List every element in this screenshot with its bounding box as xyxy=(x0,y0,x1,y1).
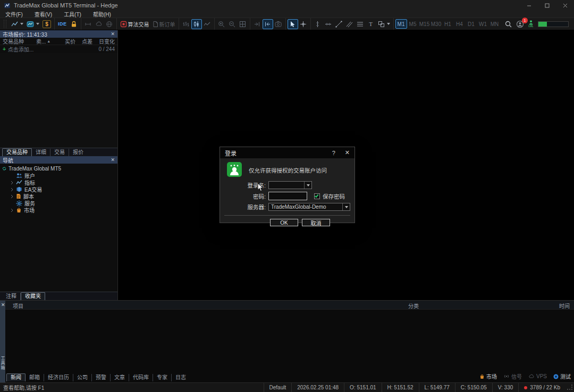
add-symbol-row[interactable]: + 点击添加... 0 / 244 xyxy=(0,45,117,53)
close-button[interactable] xyxy=(556,0,574,11)
expand-chevron-icon[interactable] xyxy=(10,194,14,199)
candlestick-mode-button[interactable] xyxy=(191,19,202,29)
timeframe-w1[interactable]: W1 xyxy=(477,19,489,29)
tree-item-market[interactable]: 市场 xyxy=(2,207,117,214)
column-symbol[interactable]: 交易品种 xyxy=(3,37,36,45)
expand-chevron-icon[interactable] xyxy=(10,188,14,192)
tab-journal[interactable]: 日志 xyxy=(172,374,190,381)
save-password-checkbox[interactable] xyxy=(314,193,320,199)
new-chart-button[interactable] xyxy=(10,19,25,29)
tab-tester[interactable]: 测试 xyxy=(553,372,571,380)
navigator-close-icon[interactable]: ✕ xyxy=(111,157,115,163)
timeframe-d1[interactable]: D1 xyxy=(466,19,477,29)
tab-symbols[interactable]: 交易品种 xyxy=(2,148,32,156)
new-chart-dropdown[interactable] xyxy=(20,23,23,25)
tile-windows-button[interactable] xyxy=(238,19,248,29)
horizontal-line-tool[interactable] xyxy=(323,19,334,29)
mql5-level-icon[interactable]: LVL xyxy=(528,20,534,28)
dialog-close-button[interactable]: ✕ xyxy=(345,149,350,156)
auto-scroll-button[interactable] xyxy=(252,19,263,29)
menu-help[interactable]: 帮助(H) xyxy=(93,10,111,18)
timeframe-m1[interactable]: M1 xyxy=(395,19,407,29)
maximize-button[interactable] xyxy=(538,0,556,11)
timeframe-h4[interactable]: H4 xyxy=(454,19,466,29)
screenshot-button[interactable] xyxy=(273,19,284,29)
timeframe-m5[interactable]: M5 xyxy=(407,19,419,29)
column-daily-change[interactable]: 日变化 xyxy=(92,37,115,45)
line-chart-mode-button[interactable] xyxy=(202,19,213,29)
tree-item-services[interactable]: 服务 xyxy=(2,200,117,207)
tree-item-experts[interactable]: EA交易 xyxy=(2,186,117,193)
resize-grip[interactable] xyxy=(567,385,572,390)
expand-chevron-icon[interactable] xyxy=(10,181,14,185)
column-spread[interactable]: 点差 xyxy=(75,37,92,45)
cursor-tool-button[interactable] xyxy=(288,19,298,29)
column-time[interactable]: 时间 xyxy=(559,302,570,310)
timeframe-h1[interactable]: H1 xyxy=(442,19,454,29)
deposit-button[interactable]: $ xyxy=(41,19,53,29)
shapes-tool[interactable] xyxy=(376,19,392,29)
tab-vps[interactable]: VPS xyxy=(528,373,547,379)
tab-codebase[interactable]: 代码库 xyxy=(129,374,153,381)
login-dialog-titlebar[interactable]: 登录 ? ✕ xyxy=(220,147,354,158)
menu-view[interactable]: 查看(V) xyxy=(35,10,52,18)
profiles-dropdown[interactable] xyxy=(36,23,39,25)
search-icon[interactable] xyxy=(505,21,512,28)
shapes-dropdown[interactable] xyxy=(387,23,390,25)
password-input[interactable] xyxy=(268,192,307,200)
ok-button[interactable]: OK xyxy=(270,219,298,226)
tree-item-scripts[interactable]: 脚本 xyxy=(2,193,117,200)
tree-item-indicators[interactable]: 指标 xyxy=(2,179,117,186)
tree-item-accounts[interactable]: 账户 xyxy=(2,172,117,179)
cancel-button[interactable]: 取消 xyxy=(302,219,330,226)
tab-calendar[interactable]: 经济日历 xyxy=(44,374,73,381)
tab-experts[interactable]: 专家 xyxy=(153,374,172,381)
column-buy[interactable]: 买价 xyxy=(58,37,75,45)
fibonacci-tool[interactable] xyxy=(355,19,366,29)
profiles-button[interactable] xyxy=(25,19,41,29)
timeframe-m30[interactable]: M30 xyxy=(430,19,442,29)
timeframe-mn[interactable]: MN xyxy=(489,19,501,29)
algo-trading-button[interactable]: 算法交易 xyxy=(119,19,151,29)
bar-chart-mode-button[interactable] xyxy=(181,19,191,29)
trendline-tool[interactable] xyxy=(334,19,344,29)
zoom-out-button[interactable] xyxy=(227,19,238,29)
tab-alerts[interactable]: 预警 xyxy=(92,374,111,381)
server-combobox[interactable]: TradeMaxGlobal-Demo xyxy=(268,203,350,211)
tab-market[interactable]: 市场 xyxy=(479,372,497,380)
tree-root[interactable]: TradeMax Global MT5 xyxy=(2,165,117,172)
tab-company[interactable]: 公司 xyxy=(73,374,92,381)
vertical-line-tool[interactable] xyxy=(313,19,323,29)
community-button[interactable]: 1 xyxy=(516,20,524,28)
text-tool[interactable]: T xyxy=(366,19,376,29)
tab-ticks[interactable]: 报价 xyxy=(69,149,87,156)
zoom-in-button[interactable] xyxy=(216,19,227,29)
tab-trade[interactable]: 交易 xyxy=(50,149,69,156)
tab-favorites[interactable]: 收藏夹 xyxy=(21,292,45,300)
crosshair-tool-button[interactable] xyxy=(298,19,309,29)
login-combobox[interactable] xyxy=(268,181,312,189)
tab-details[interactable]: 详细 xyxy=(32,149,50,156)
tab-comments[interactable]: 注释 xyxy=(2,293,21,300)
tab-signals[interactable]: 信号 xyxy=(503,372,522,380)
lock-button[interactable] xyxy=(69,19,79,29)
tab-articles[interactable]: 文章 xyxy=(111,374,129,381)
column-category[interactable]: 分类 xyxy=(408,302,419,310)
login-dropdown-icon[interactable] xyxy=(304,182,311,189)
chart-shift-button[interactable] xyxy=(263,19,273,29)
toolbox-close-icon[interactable]: ✕ xyxy=(1,302,5,308)
expand-chevron-icon[interactable] xyxy=(10,208,14,212)
dialog-help-button[interactable]: ? xyxy=(332,150,335,156)
profile-segment[interactable]: Default xyxy=(264,383,292,392)
server-dropdown-icon[interactable] xyxy=(342,203,350,210)
column-item[interactable]: 项目 xyxy=(13,302,23,310)
minimize-button[interactable] xyxy=(520,0,538,11)
tab-news[interactable]: 新闻 xyxy=(6,373,26,381)
timeframe-m15[interactable]: M15 xyxy=(419,19,430,29)
tab-mailbox[interactable]: 邮箱 xyxy=(26,374,44,381)
market-watch-close-icon[interactable]: ✕ xyxy=(111,31,115,37)
menu-file[interactable]: 文件(F) xyxy=(5,10,23,18)
metaeditor-ide-button[interactable]: IDE xyxy=(56,19,69,29)
new-order-button[interactable]: 新订单 xyxy=(151,19,177,29)
column-sell[interactable]: 卖...▲ xyxy=(36,37,58,45)
